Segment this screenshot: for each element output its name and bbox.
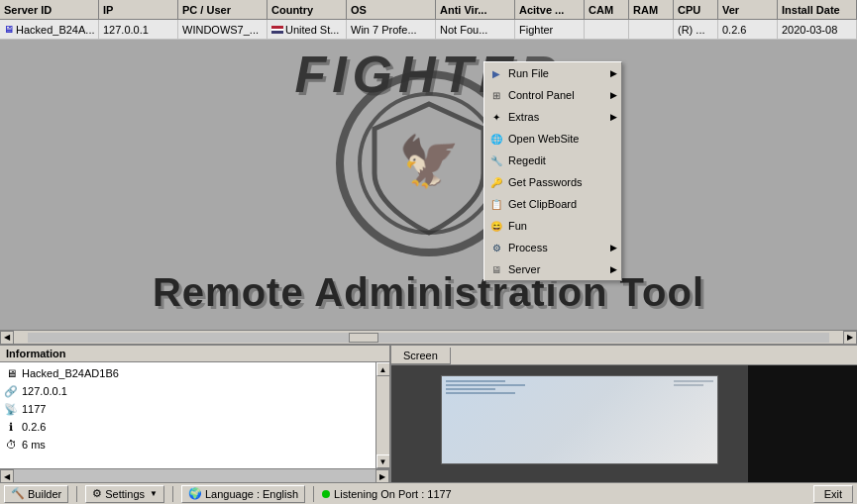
- info-row-port: 📡 1177: [4, 400, 372, 418]
- control-panel-arrow: ▶: [610, 90, 617, 100]
- cell-active: Fighter: [515, 20, 585, 39]
- status-sep-3: [313, 486, 314, 502]
- background-area: FIGHTER 🦅 Remote Administration Tool ▶: [0, 40, 857, 330]
- language-button[interactable]: 🌍 Language : English: [181, 485, 305, 503]
- extras-icon: ✦: [488, 109, 504, 125]
- version-icon: ℹ: [4, 420, 18, 434]
- run-file-icon: ▶: [488, 65, 504, 81]
- menu-item-fun[interactable]: 😄 Fun: [484, 215, 621, 237]
- info-panel: Information 🖥 Hacked_B24AD1B6 🔗 127.0.0.…: [0, 346, 391, 482]
- col-header-ver: Ver: [718, 0, 778, 19]
- cell-country: United St...: [268, 20, 347, 39]
- status-sep-2: [172, 486, 173, 502]
- screen-tab[interactable]: Screen: [391, 348, 451, 364]
- process-arrow: ▶: [610, 243, 617, 252]
- run-file-arrow: ▶: [610, 68, 617, 78]
- info-scroll-up[interactable]: ▲: [376, 362, 390, 376]
- table-header: Server ID IP PC / User Country OS Anti V…: [0, 0, 857, 20]
- col-header-cpu: CPU: [674, 0, 718, 19]
- col-header-serverid: Server ID: [0, 0, 99, 19]
- scroll-left-btn[interactable]: ◀: [0, 331, 14, 345]
- info-scrollbar[interactable]: ▲ ▼: [375, 362, 389, 468]
- context-menu: ▶ Run File ▶ ⊞ Control Panel ▶ ✦ Extras …: [483, 61, 622, 281]
- menu-item-server[interactable]: 🖥 Server ▶: [484, 258, 621, 280]
- col-header-install: Install Date: [778, 0, 857, 19]
- server-arrow: ▶: [610, 264, 617, 274]
- cell-ram: [629, 20, 674, 39]
- builder-button[interactable]: 🔨 Builder: [4, 485, 68, 503]
- screen-content: [391, 365, 857, 482]
- info-scroll-down[interactable]: ▼: [376, 454, 390, 468]
- flag-icon: [271, 26, 283, 34]
- col-header-ram: RAM: [629, 0, 674, 19]
- info-scroll-left[interactable]: ◀: [0, 469, 14, 483]
- col-header-os: OS: [347, 0, 436, 19]
- open-website-icon: 🌐: [488, 131, 504, 147]
- info-scroll-right[interactable]: ▶: [375, 469, 389, 483]
- cell-serverid: 🖥 Hacked_B24A...: [0, 20, 99, 39]
- menu-item-run-file[interactable]: ▶ Run File ▶: [484, 62, 621, 84]
- cell-install: 2020-03-08: [778, 20, 857, 39]
- cell-ver: 0.2.6: [718, 20, 778, 39]
- info-row-ping: ⏱ 6 ms: [4, 436, 372, 454]
- graffiti-bg: FIGHTER 🦅 Remote Administration Tool: [0, 40, 857, 330]
- listening-status: Listening On Port : 1177: [322, 488, 452, 500]
- green-dot-icon: [322, 490, 330, 498]
- status-sep-1: [76, 486, 77, 502]
- server-name-icon: 🖥: [4, 366, 18, 380]
- bottom-section: Information 🖥 Hacked_B24AD1B6 🔗 127.0.0.…: [0, 344, 857, 482]
- cell-os: Win 7 Profe...: [347, 20, 436, 39]
- col-header-pc: PC / User: [178, 0, 268, 19]
- menu-item-process[interactable]: ⚙ Process ▶: [484, 237, 621, 258]
- exit-button[interactable]: Exit: [813, 485, 853, 503]
- get-passwords-icon: 🔑: [488, 174, 504, 190]
- scroll-thumb[interactable]: [349, 333, 378, 343]
- horizontal-scrollbar[interactable]: ◀ ▶: [0, 330, 857, 344]
- info-panel-header: Information: [0, 346, 389, 362]
- col-header-cam: CAM: [585, 0, 629, 19]
- control-panel-icon: ⊞: [488, 87, 504, 103]
- screen-panel: Screen: [391, 346, 857, 482]
- fun-icon: 😄: [488, 218, 504, 234]
- status-bar: 🔨 Builder ⚙ Settings ▼ 🌍 Language : Engl…: [0, 482, 857, 504]
- col-header-country: Country: [268, 0, 347, 19]
- cell-ip: 127.0.0.1: [99, 20, 178, 39]
- regedit-icon: 🔧: [488, 152, 504, 168]
- menu-item-get-passwords[interactable]: 🔑 Get Passwords: [484, 171, 621, 193]
- ping-icon: ⏱: [4, 438, 18, 452]
- builder-icon: 🔨: [11, 487, 25, 500]
- svg-text:🦅: 🦅: [398, 132, 461, 191]
- scroll-right-btn[interactable]: ▶: [843, 331, 857, 345]
- col-header-active: Acitve ...: [515, 0, 585, 19]
- info-content: 🖥 Hacked_B24AD1B6 🔗 127.0.0.1 📡 1177 ℹ 0…: [0, 362, 375, 468]
- screen-black-area: [748, 365, 857, 482]
- settings-icon: ⚙: [92, 487, 102, 500]
- settings-button[interactable]: ⚙ Settings ▼: [85, 485, 164, 503]
- process-icon: ⚙: [488, 240, 504, 255]
- scroll-track[interactable]: [28, 333, 829, 343]
- cell-cam: [585, 20, 629, 39]
- ip-icon: 🔗: [4, 384, 18, 398]
- screen-preview: [441, 375, 718, 464]
- menu-item-control-panel[interactable]: ⊞ Control Panel ▶: [484, 84, 621, 106]
- table-row[interactable]: 🖥 Hacked_B24A... 127.0.0.1 WINDOWS7_... …: [0, 20, 857, 40]
- info-row-ver: ℹ 0.2.6: [4, 418, 372, 436]
- col-header-ip: IP: [99, 0, 178, 19]
- cell-cpu: (R) ...: [674, 20, 718, 39]
- menu-item-regedit[interactable]: 🔧 Regedit: [484, 150, 621, 171]
- server-icon: 🖥: [488, 261, 504, 277]
- menu-item-get-clipboard[interactable]: 📋 Get ClipBoard: [484, 193, 621, 215]
- main-container: Server ID IP PC / User Country OS Anti V…: [0, 0, 857, 504]
- settings-arrow-icon: ▼: [150, 489, 158, 498]
- cell-pc: WINDOWS7_...: [178, 20, 268, 39]
- menu-item-open-website[interactable]: 🌐 Open WebSite: [484, 128, 621, 150]
- port-icon: 📡: [4, 402, 18, 416]
- info-row-ip: 🔗 127.0.0.1: [4, 382, 372, 400]
- col-header-antivir: Anti Vir...: [436, 0, 515, 19]
- info-row-servername: 🖥 Hacked_B24AD1B6: [4, 364, 372, 382]
- info-bottom-scroll[interactable]: ◀ ▶: [0, 468, 389, 482]
- menu-item-extras[interactable]: ✦ Extras ▶: [484, 106, 621, 128]
- get-clipboard-icon: 📋: [488, 196, 504, 212]
- cell-antivir: Not Fou...: [436, 20, 515, 39]
- language-icon: 🌍: [188, 487, 202, 500]
